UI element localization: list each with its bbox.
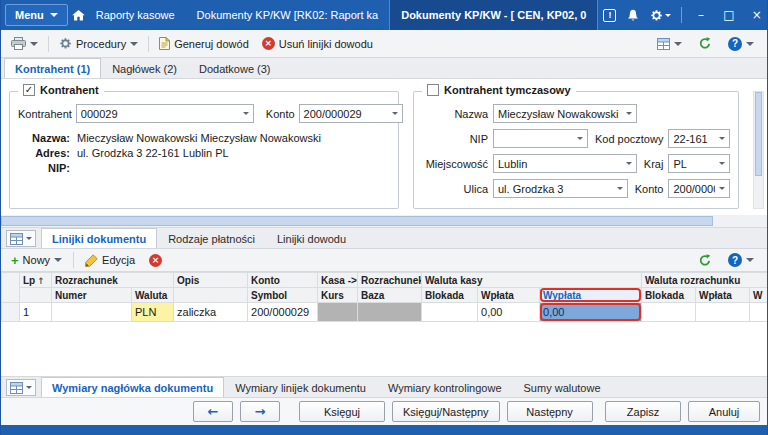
- cell-symbol[interactable]: 200/000029: [248, 303, 318, 322]
- layout-grid-icon: [657, 38, 670, 50]
- generuj-dowod-button[interactable]: Generuj dowód: [154, 33, 254, 55]
- subheader-wplata-kasy[interactable]: Wpłata: [478, 288, 540, 303]
- ksieguj-nastepny-button[interactable]: Księguj/Następny: [392, 401, 500, 422]
- bottom-layout-button[interactable]: [6, 379, 36, 396]
- tab-linijki-dokumentu[interactable]: Linijki dokumentu: [41, 228, 157, 248]
- tym-nip-combo[interactable]: [493, 129, 588, 148]
- bell-icon[interactable]: [622, 0, 644, 30]
- subheader-blokada-kasy[interactable]: Blokada: [422, 288, 478, 303]
- usun-wiersz-button[interactable]: ×: [144, 249, 167, 271]
- cell-blokada-kasy[interactable]: [422, 303, 478, 322]
- gear-icon[interactable]: [645, 0, 676, 30]
- horizontal-scrollbar-thumb[interactable]: [1, 216, 713, 226]
- subheader-kurs[interactable]: Kurs: [318, 288, 358, 303]
- kontrahent-checkbox[interactable]: ✓: [23, 84, 35, 96]
- tab-rodzaje-platnosci[interactable]: Rodzaje płatności: [157, 228, 266, 248]
- tym-nazwa-combo[interactable]: Mieczysław Nowakowski: [493, 104, 637, 123]
- nowy-button[interactable]: + Nowy: [6, 249, 67, 271]
- header-opis[interactable]: Opis: [174, 273, 248, 288]
- header-group-waluta-kasy[interactable]: Waluta kasy: [422, 273, 642, 288]
- maximize-button[interactable]: □: [715, 0, 742, 30]
- table-row[interactable]: 1 PLN zaliczka 200/000029 0,00 0,00: [2, 303, 768, 322]
- tym-miejscowosc-combo[interactable]: Lublin: [493, 154, 637, 173]
- cell-lp[interactable]: 1: [20, 303, 52, 322]
- konto-value: 200/000029: [300, 105, 388, 122]
- chevron-down-icon: [50, 13, 58, 21]
- tab-wymiary-linijek[interactable]: Wymiary linijek dokumentu: [224, 377, 377, 397]
- header-lp[interactable]: Lp↑: [20, 273, 52, 288]
- tym-konto-combo[interactable]: 200/000029: [668, 179, 730, 198]
- anuluj-button[interactable]: Anuluj: [688, 401, 760, 422]
- header-group-rozrachunek[interactable]: Rozrachunek: [52, 273, 174, 288]
- tab-linijki-dowodu[interactable]: Linijki dowodu: [266, 228, 357, 248]
- tab-sumy-walutowe[interactable]: Sumy walutowe: [513, 377, 612, 397]
- edycja-button[interactable]: Edycja: [80, 249, 140, 271]
- ksieguj-button[interactable]: Księguj: [299, 401, 385, 422]
- konto-combo[interactable]: 200/000029: [299, 104, 403, 123]
- tab-dodatkowe[interactable]: Dodatkowe (3): [188, 58, 282, 78]
- subheader-waluta[interactable]: Waluta: [132, 288, 174, 303]
- titlebar-tab-dokumenty-rk02[interactable]: Dokumenty KP/KW [RK02: Raport ka: [186, 0, 390, 30]
- titlebar-tab-raporty-kasowe[interactable]: Raporty kasowe: [85, 0, 186, 30]
- cell-waluta[interactable]: PLN: [132, 303, 174, 322]
- refresh-button[interactable]: [693, 33, 717, 55]
- cell-w[interactable]: [750, 303, 767, 322]
- grid-select-all-header[interactable]: [2, 273, 20, 303]
- subheader-wplata-rozr[interactable]: Wpłata: [696, 288, 750, 303]
- header-group-waluta-rozrachunku[interactable]: Waluta rozrachunku: [642, 273, 767, 288]
- tab-wymiary-naglowka[interactable]: Wymiary nagłówka dokumentu: [41, 377, 224, 397]
- tab-naglowek[interactable]: Nagłówek (2): [101, 58, 188, 78]
- cell-wplata-rozr[interactable]: [696, 303, 750, 322]
- alert-icon[interactable]: !: [598, 0, 621, 30]
- header-kasa[interactable]: Kasa ->: [318, 273, 358, 288]
- cell-kurs[interactable]: [318, 303, 358, 322]
- zapisz-button[interactable]: Zapisz: [605, 401, 681, 422]
- tym-ulica-label: Ulica: [422, 183, 488, 195]
- vertical-scrollbar[interactable]: [753, 91, 764, 209]
- usun-linijki-button[interactable]: × Usuń linijki dowodu: [257, 33, 378, 55]
- tab-kontrahent[interactable]: Kontrahent (1): [4, 58, 101, 78]
- grid-help-button[interactable]: ?: [723, 249, 759, 271]
- titlebar-right-controls: ! – □ ×: [598, 0, 768, 30]
- cell-blokada-rozr[interactable]: [642, 303, 696, 322]
- next-record-button[interactable]: →: [240, 401, 280, 422]
- layout-button[interactable]: [652, 33, 687, 55]
- help-button[interactable]: ?: [723, 33, 759, 55]
- previous-record-button[interactable]: ←: [193, 401, 233, 422]
- kontrahent-code-combo[interactable]: 000029: [76, 104, 254, 123]
- cell-opis[interactable]: zaliczka: [174, 303, 248, 322]
- subheader-w-cut[interactable]: W: [750, 288, 767, 303]
- vertical-scrollbar-thumb[interactable]: [755, 92, 762, 176]
- header-konto[interactable]: Konto: [248, 273, 318, 288]
- cell-numer[interactable]: [52, 303, 132, 322]
- header-rozrachunek2[interactable]: Rozrachunek: [358, 273, 422, 288]
- cell-baza[interactable]: [358, 303, 422, 322]
- tym-ulica-value: ul. Grodzka 3: [494, 180, 613, 197]
- tab-wymiary-kontrolingowe[interactable]: Wymiary kontrolingowe: [377, 377, 513, 397]
- cell-wyplata-kasy-selected[interactable]: 0,00: [540, 303, 642, 322]
- close-button[interactable]: ×: [743, 0, 768, 30]
- procedury-button[interactable]: Procedury: [54, 33, 143, 55]
- tymczasowy-checkbox[interactable]: [427, 84, 439, 96]
- subheader-symbol[interactable]: Symbol: [248, 288, 318, 303]
- tym-ulica-combo[interactable]: ul. Grodzka 3: [493, 179, 628, 198]
- grid-layout-button[interactable]: [6, 230, 36, 247]
- home-icon[interactable]: [72, 0, 85, 30]
- subheader-blokada-rozr[interactable]: Blokada: [642, 288, 696, 303]
- subheader-numer[interactable]: Numer: [52, 288, 132, 303]
- titlebar-tab-dokumenty-active[interactable]: Dokumenty KP/KW - [ CEN, KP02, 0: [389, 0, 598, 30]
- row-selector-cell[interactable]: [2, 303, 20, 322]
- minimize-button[interactable]: –: [687, 0, 714, 30]
- menu-button-label: Menu: [15, 9, 44, 21]
- horizontal-scrollbar[interactable]: [1, 215, 767, 228]
- tym-kraj-combo[interactable]: PL: [668, 154, 730, 173]
- subheader-wyplata-kasy[interactable]: Wypłata: [540, 288, 642, 303]
- print-button[interactable]: [6, 33, 43, 55]
- grid-refresh-button[interactable]: [693, 249, 717, 271]
- nastepny-button[interactable]: Następny: [507, 401, 593, 422]
- subheader-baza[interactable]: Baza: [358, 288, 422, 303]
- tym-kod-combo[interactable]: 22-161: [668, 129, 730, 148]
- menu-button[interactable]: Menu: [5, 4, 68, 26]
- cell-wplata-kasy[interactable]: 0,00: [478, 303, 540, 322]
- konto-field-label: Konto: [266, 108, 295, 120]
